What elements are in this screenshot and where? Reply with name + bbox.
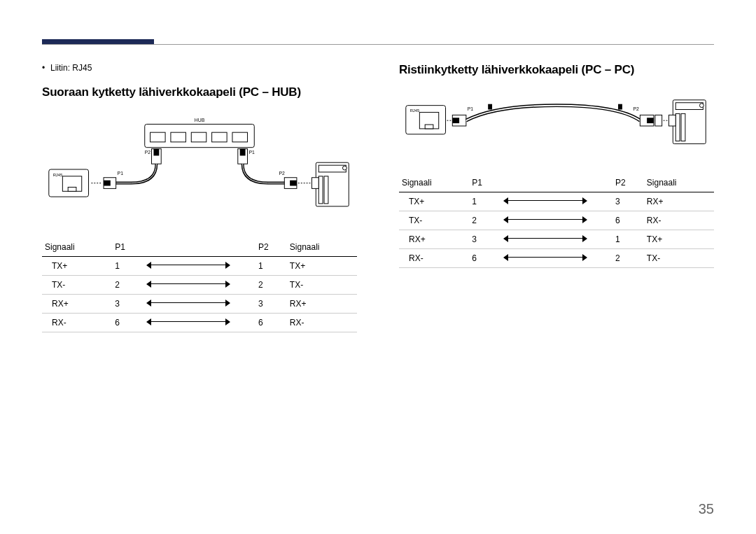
th-sig1: Signaali xyxy=(42,238,112,257)
table-row: TX+13RX+ xyxy=(399,192,714,211)
svg-rect-32 xyxy=(425,125,433,129)
cell-arrow xyxy=(500,211,612,230)
th-sig1: Signaali xyxy=(399,174,469,192)
svg-text:RJ45: RJ45 xyxy=(410,108,420,113)
cell-p1: 6 xyxy=(469,249,500,268)
cell-p1: 3 xyxy=(469,230,500,249)
left-table-body: TX+11TX+TX-22TX-RX+33RX+RX-66RX- xyxy=(42,257,357,332)
cell-sig2: TX- xyxy=(644,249,714,268)
cell-sig1: TX- xyxy=(42,276,112,295)
svg-rect-35 xyxy=(452,118,459,123)
connector-bullet: Liitin: RJ45 xyxy=(42,63,357,73)
svg-text:P1: P1 xyxy=(468,106,474,111)
cell-sig1: TX+ xyxy=(399,192,469,211)
cell-p2: 6 xyxy=(255,314,287,332)
svg-rect-3 xyxy=(191,132,206,142)
left-column: Liitin: RJ45 Suoraan kytketty lähiverkko… xyxy=(42,63,357,332)
table-row: RX-62TX- xyxy=(399,249,714,268)
cell-p1: 1 xyxy=(112,257,144,276)
cell-p2: 3 xyxy=(612,192,644,211)
cell-arrow xyxy=(500,192,612,211)
header-rule xyxy=(42,44,714,45)
svg-text:P2: P2 xyxy=(145,150,151,155)
th-p2: P2 xyxy=(255,238,287,257)
cell-sig2: RX+ xyxy=(287,295,357,314)
cell-sig2: TX- xyxy=(287,276,357,295)
cell-p2: 1 xyxy=(255,257,287,276)
th-p1: P1 xyxy=(112,238,144,257)
table-row: TX+11TX+ xyxy=(42,257,357,276)
th-sig2: Signaali xyxy=(287,238,357,257)
th-sig2: Signaali xyxy=(644,174,714,192)
cell-p2: 6 xyxy=(612,211,644,230)
cell-sig1: RX- xyxy=(399,249,469,268)
cell-arrow xyxy=(500,249,612,268)
th-p1: P1 xyxy=(469,174,500,192)
svg-rect-38 xyxy=(618,104,622,110)
table-row: RX+33RX+ xyxy=(42,295,357,314)
svg-rect-40 xyxy=(647,118,654,123)
svg-rect-9 xyxy=(153,149,159,156)
content-columns: Liitin: RJ45 Suoraan kytketty lähiverkko… xyxy=(42,63,714,332)
left-heading: Suoraan kytketty lähiverkkokaapeli (PC –… xyxy=(42,85,357,99)
cell-p2: 2 xyxy=(612,249,644,268)
cell-arrow xyxy=(144,276,255,295)
cell-sig1: TX+ xyxy=(42,257,112,276)
table-row: TX-26RX- xyxy=(399,211,714,230)
cell-p1: 1 xyxy=(469,192,500,211)
cell-arrow xyxy=(144,314,255,332)
cell-sig2: RX- xyxy=(644,211,714,230)
svg-rect-23 xyxy=(318,165,346,172)
svg-rect-13 xyxy=(104,181,111,186)
hub-label-svg: HUB xyxy=(195,118,205,122)
svg-text:P2: P2 xyxy=(279,171,285,176)
left-diagram: HUB P2 P1 xyxy=(42,109,357,238)
right-pinout-table: Signaali P1 P2 Signaali TX+13RX+TX-26RX-… xyxy=(399,174,714,268)
svg-rect-46 xyxy=(681,113,685,141)
svg-rect-50 xyxy=(668,115,676,126)
cell-p1: 2 xyxy=(112,276,144,295)
svg-point-24 xyxy=(342,166,346,170)
cell-sig1: TX- xyxy=(399,211,469,230)
svg-rect-1 xyxy=(150,132,166,142)
right-table-body: TX+13RX+TX-26RX-RX+31TX+RX-62TX- xyxy=(399,192,714,268)
svg-rect-20 xyxy=(68,187,76,191)
cell-sig2: TX+ xyxy=(644,230,714,249)
svg-text:P1: P1 xyxy=(248,150,255,155)
svg-text:RJ45: RJ45 xyxy=(53,173,63,177)
svg-rect-29 xyxy=(312,178,318,189)
svg-rect-45 xyxy=(676,113,680,141)
svg-rect-2 xyxy=(171,132,186,142)
page-number: 35 xyxy=(699,501,714,517)
cell-p2: 2 xyxy=(255,276,287,295)
svg-text:P1: P1 xyxy=(118,171,124,176)
table-row: RX-66RX- xyxy=(42,314,357,332)
right-diagram: RJ45 P1 P2 xyxy=(399,87,714,174)
cell-sig1: RX- xyxy=(42,314,112,332)
cell-p2: 1 xyxy=(612,230,644,249)
svg-point-44 xyxy=(699,104,704,108)
table-row: TX-22TX- xyxy=(42,276,357,295)
th-p2: P2 xyxy=(612,174,644,192)
svg-rect-43 xyxy=(676,103,703,110)
cell-p1: 2 xyxy=(469,211,500,230)
cell-sig1: RX+ xyxy=(399,230,469,249)
right-heading: Ristiinkytketty lähiverkkokaapeli (PC – … xyxy=(399,63,714,77)
svg-rect-26 xyxy=(324,176,328,204)
svg-rect-37 xyxy=(488,104,492,110)
svg-rect-11 xyxy=(240,149,246,156)
cell-p1: 6 xyxy=(112,314,144,332)
svg-rect-49 xyxy=(655,115,662,126)
cell-p1: 3 xyxy=(112,295,144,314)
svg-text:P2: P2 xyxy=(634,106,640,111)
svg-rect-5 xyxy=(232,132,248,142)
cell-sig2: RX- xyxy=(287,314,357,332)
svg-rect-4 xyxy=(212,132,227,142)
svg-rect-25 xyxy=(318,176,323,204)
right-column: Ristiinkytketty lähiverkkokaapeli (PC – … xyxy=(399,63,714,332)
svg-rect-16 xyxy=(290,181,297,186)
cell-sig2: RX+ xyxy=(644,192,714,211)
table-row: RX+31TX+ xyxy=(399,230,714,249)
cell-arrow xyxy=(144,295,255,314)
cell-arrow xyxy=(144,257,255,276)
